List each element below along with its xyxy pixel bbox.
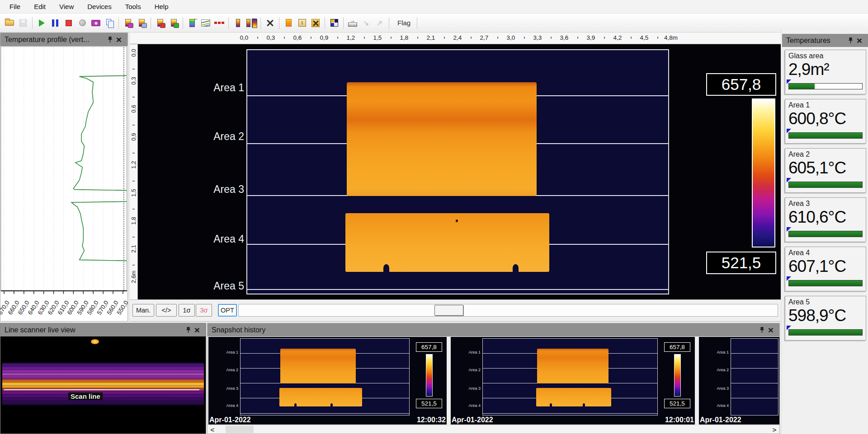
blob-notch: [383, 264, 389, 272]
snapshot-blob: [536, 388, 611, 406]
blob-defect-speck: [456, 219, 458, 222]
h-ruler-label: 2,1: [427, 34, 435, 41]
gradient-scale-pair-icon[interactable]: [245, 16, 258, 30]
layout-grid-icon[interactable]: [327, 16, 341, 30]
pin-icon[interactable]: [757, 326, 766, 335]
snapshot-scrollbar[interactable]: < >: [208, 425, 779, 434]
scale-slider-track[interactable]: [238, 304, 778, 317]
mini-area-label: Area 1: [226, 350, 238, 355]
pin-icon[interactable]: [846, 36, 855, 45]
toolbar-separator: [118, 17, 119, 29]
h-ruler-label: 4,2: [613, 34, 622, 41]
tools-icon[interactable]: [263, 16, 277, 30]
snapshot-blob: [280, 349, 356, 383]
copy-icon[interactable]: [103, 16, 116, 30]
scrollbar-track[interactable]: [217, 425, 769, 434]
snapshot-camera-icon[interactable]: [121, 16, 135, 30]
toolbar-separator: [343, 17, 344, 29]
stop-icon[interactable]: [62, 16, 75, 30]
h-ruler-tick: [471, 37, 472, 39]
prev-next-button[interactable]: </>: [156, 304, 177, 317]
profile-chart-axis: 670,0660,0650,0640,0630,0620,0610,0600,0…: [0, 295, 127, 321]
card-area-5: Area 5 598,9°C: [785, 296, 866, 341]
card-value: 598,9°C: [788, 306, 863, 325]
record-icon[interactable]: [75, 16, 89, 30]
sigma1-button[interactable]: 1σ: [179, 304, 195, 317]
h-ruler-label: 1,2: [347, 34, 355, 41]
close-icon[interactable]: [114, 35, 123, 44]
gradient-scale-icon[interactable]: [231, 16, 245, 30]
sigma3-button[interactable]: 3σ: [196, 304, 212, 317]
toolbar-separator: [417, 17, 417, 29]
pause-icon[interactable]: [48, 16, 62, 30]
card-progress-fill: [789, 231, 862, 237]
snapshot-tile[interactable]: Area 1Area 2Area 3Area 4 Apr-01-2022: [699, 337, 779, 425]
v-ruler-tick: [132, 97, 135, 98]
scrollbar-thumb[interactable]: [226, 426, 254, 433]
close-icon[interactable]: [766, 326, 775, 335]
profile-chart-svg: [0, 46, 127, 295]
card-area-4: Area 4 607,1°C: [785, 247, 866, 291]
temperature-colorbar: [752, 98, 775, 247]
flag-button[interactable]: Flag: [393, 18, 415, 28]
close-icon[interactable]: [193, 326, 202, 335]
v-ruler-label: 0,9: [131, 127, 137, 146]
area-label: Area 5: [172, 280, 244, 292]
orange-range-icon[interactable]: [282, 16, 295, 30]
snapshot-scale-min: 521,5: [664, 399, 690, 408]
card-label: Area 2: [788, 150, 863, 159]
h-ruler-label: 0,6: [293, 34, 302, 41]
menu-item-help[interactable]: Help: [148, 0, 175, 14]
menu-item-file[interactable]: File: [3, 0, 27, 14]
opt-scaling-button[interactable]: OPT: [218, 304, 237, 317]
mini-area-label: Area 3: [717, 386, 729, 391]
pin-icon[interactable]: [184, 326, 193, 335]
snapshot-colorbar: [674, 354, 681, 397]
area-label: Area 4: [172, 233, 244, 245]
threshold-marker-icon: [787, 326, 791, 330]
save-icon: [16, 16, 30, 30]
snapshot-canvas: [482, 338, 658, 415]
measure-ruler-icon[interactable]: [346, 16, 359, 30]
card-value: 610,6°C: [788, 208, 863, 227]
open-icon[interactable]: [3, 16, 16, 30]
card-area-1: Area 1 600,8°C: [785, 99, 866, 144]
snapshot-tile[interactable]: Area 1Area 2Area 3Area 4 Apr-01-2022 657…: [208, 337, 447, 425]
menu-item-edit[interactable]: Edit: [27, 0, 52, 14]
scroll-right-icon[interactable]: >: [769, 426, 779, 434]
snapshot-scale: 657,8 521,5 12:00:01: [659, 337, 695, 425]
close-icon[interactable]: [855, 36, 864, 45]
h-ruler-tick: [577, 37, 578, 39]
image-alarm-icon[interactable]: [153, 16, 167, 30]
thermal-blob-glass-lower: [345, 213, 549, 272]
threshold-marker-icon: [787, 178, 791, 182]
card-value: 605,1°C: [788, 159, 863, 177]
menu-item-tools[interactable]: Tools: [118, 0, 148, 14]
card-progress-track: [788, 329, 863, 336]
tools-auto-icon[interactable]: [309, 16, 322, 30]
scroll-left-icon[interactable]: <: [208, 426, 217, 434]
camera-icon[interactable]: [89, 16, 103, 30]
red-dashes-icon[interactable]: [212, 16, 226, 30]
horizontal-ruler: 0,00,30,60,91,21,51,82,12,42,73,03,33,63…: [130, 33, 781, 44]
h-ruler-tick: [551, 37, 552, 39]
scale-slider-thumb[interactable]: [434, 305, 463, 316]
h-ruler-tick: [497, 37, 498, 39]
snapshot-date: Apr-01-2022: [700, 416, 741, 424]
hand-send-icon: ↗: [373, 16, 387, 30]
palette-back-icon[interactable]: [185, 16, 199, 30]
span-adjust-icon[interactable]: [295, 16, 309, 30]
menu-item-view[interactable]: View: [52, 0, 80, 14]
pin-icon[interactable]: [105, 35, 114, 44]
thermal-image-canvas: Area 1Area 2Area 3Area 4Area 5 657,8 521…: [138, 44, 781, 299]
snapshot-copy-icon[interactable]: [135, 16, 148, 30]
card-label: Glass area: [788, 52, 863, 60]
menu-item-devices[interactable]: Devices: [80, 0, 118, 14]
threshold-marker-icon: [787, 79, 791, 84]
manual-scaling-button[interactable]: Man.: [132, 304, 154, 317]
snapshot-tile[interactable]: Area 1Area 2Area 3Area 4 Apr-01-2022 657…: [451, 337, 695, 425]
image-export-icon[interactable]: [167, 16, 180, 30]
profile-chart-icon[interactable]: [199, 16, 212, 30]
play-icon[interactable]: [35, 16, 48, 30]
h-ruler-label: 0,0: [240, 34, 249, 41]
